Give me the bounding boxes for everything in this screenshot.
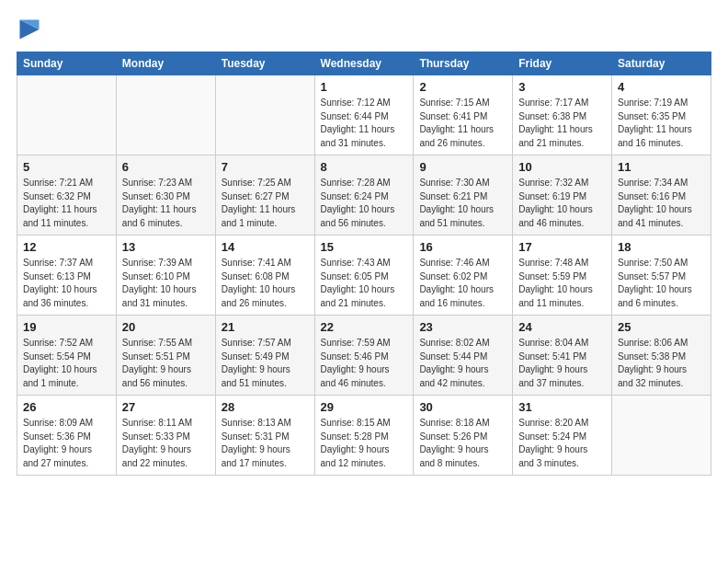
day-number: 21 xyxy=(222,320,309,334)
day-info: Sunrise: 7:41 AM Sunset: 6:08 PM Dayligh… xyxy=(222,257,309,310)
day-number: 10 xyxy=(518,160,606,174)
calendar-cell xyxy=(17,75,117,155)
day-info: Sunrise: 7:55 AM Sunset: 5:51 PM Dayligh… xyxy=(122,337,210,390)
day-info: Sunrise: 7:30 AM Sunset: 6:21 PM Dayligh… xyxy=(419,177,506,230)
day-number: 20 xyxy=(122,320,210,334)
day-number: 2 xyxy=(419,80,506,94)
calendar-cell: 31Sunrise: 8:20 AM Sunset: 5:24 PM Dayli… xyxy=(513,396,612,476)
calendar-cell: 21Sunrise: 7:57 AM Sunset: 5:49 PM Dayli… xyxy=(215,316,314,396)
day-number: 15 xyxy=(321,240,408,254)
day-info: Sunrise: 8:18 AM Sunset: 5:26 PM Dayligh… xyxy=(419,417,506,470)
day-number: 16 xyxy=(419,240,506,254)
day-info: Sunrise: 8:13 AM Sunset: 5:31 PM Dayligh… xyxy=(222,417,309,470)
calendar-cell: 22Sunrise: 7:59 AM Sunset: 5:46 PM Dayli… xyxy=(314,316,414,396)
weekday-header: Wednesday xyxy=(314,52,414,75)
day-info: Sunrise: 7:48 AM Sunset: 5:59 PM Dayligh… xyxy=(518,257,606,310)
day-info: Sunrise: 7:50 AM Sunset: 5:57 PM Dayligh… xyxy=(618,257,705,310)
day-info: Sunrise: 7:52 AM Sunset: 5:54 PM Dayligh… xyxy=(23,337,110,390)
calendar-cell: 5Sunrise: 7:21 AM Sunset: 6:32 PM Daylig… xyxy=(17,155,117,236)
day-info: Sunrise: 7:37 AM Sunset: 6:13 PM Dayligh… xyxy=(23,257,110,310)
day-number: 14 xyxy=(222,240,309,254)
day-info: Sunrise: 7:43 AM Sunset: 6:05 PM Dayligh… xyxy=(321,257,408,310)
weekday-header-row: SundayMondayTuesdayWednesdayThursdayFrid… xyxy=(17,52,711,75)
day-info: Sunrise: 7:25 AM Sunset: 6:27 PM Dayligh… xyxy=(222,177,309,230)
day-number: 17 xyxy=(518,240,606,254)
day-info: Sunrise: 7:34 AM Sunset: 6:16 PM Dayligh… xyxy=(618,177,705,230)
calendar-row: 26Sunrise: 8:09 AM Sunset: 5:36 PM Dayli… xyxy=(17,396,711,476)
calendar-cell: 18Sunrise: 7:50 AM Sunset: 5:57 PM Dayli… xyxy=(612,236,711,316)
day-number: 28 xyxy=(222,400,309,414)
day-info: Sunrise: 7:23 AM Sunset: 6:30 PM Dayligh… xyxy=(122,177,210,230)
day-number: 30 xyxy=(419,400,506,414)
page: SundayMondayTuesdayWednesdayThursdayFrid… xyxy=(0,0,728,563)
calendar-cell: 28Sunrise: 8:13 AM Sunset: 5:31 PM Dayli… xyxy=(215,396,314,476)
day-info: Sunrise: 8:15 AM Sunset: 5:28 PM Dayligh… xyxy=(321,417,408,470)
day-info: Sunrise: 7:19 AM Sunset: 6:35 PM Dayligh… xyxy=(618,97,705,150)
calendar-cell: 15Sunrise: 7:43 AM Sunset: 6:05 PM Dayli… xyxy=(314,236,414,316)
calendar-cell: 26Sunrise: 8:09 AM Sunset: 5:36 PM Dayli… xyxy=(17,396,117,476)
weekday-header: Thursday xyxy=(414,52,513,75)
day-number: 7 xyxy=(222,160,309,174)
day-number: 27 xyxy=(122,400,210,414)
header xyxy=(17,17,711,42)
calendar-row: 19Sunrise: 7:52 AM Sunset: 5:54 PM Dayli… xyxy=(17,316,711,396)
calendar-cell: 6Sunrise: 7:23 AM Sunset: 6:30 PM Daylig… xyxy=(116,155,215,236)
day-number: 5 xyxy=(23,160,110,174)
day-info: Sunrise: 7:39 AM Sunset: 6:10 PM Dayligh… xyxy=(122,257,210,310)
day-number: 25 xyxy=(618,320,705,334)
calendar-cell: 16Sunrise: 7:46 AM Sunset: 6:02 PM Dayli… xyxy=(414,236,513,316)
day-number: 29 xyxy=(321,400,408,414)
calendar-cell: 17Sunrise: 7:48 AM Sunset: 5:59 PM Dayli… xyxy=(513,236,612,316)
calendar-cell: 24Sunrise: 8:04 AM Sunset: 5:41 PM Dayli… xyxy=(513,316,612,396)
day-number: 31 xyxy=(518,400,606,414)
calendar-cell: 2Sunrise: 7:15 AM Sunset: 6:41 PM Daylig… xyxy=(414,75,513,155)
day-info: Sunrise: 7:28 AM Sunset: 6:24 PM Dayligh… xyxy=(321,177,408,230)
calendar-cell: 23Sunrise: 8:02 AM Sunset: 5:44 PM Dayli… xyxy=(414,316,513,396)
day-number: 13 xyxy=(122,240,210,254)
day-number: 1 xyxy=(321,80,408,94)
day-info: Sunrise: 8:20 AM Sunset: 5:24 PM Dayligh… xyxy=(518,417,606,470)
calendar-cell: 19Sunrise: 7:52 AM Sunset: 5:54 PM Dayli… xyxy=(17,316,117,396)
calendar-row: 12Sunrise: 7:37 AM Sunset: 6:13 PM Dayli… xyxy=(17,236,711,316)
day-info: Sunrise: 7:57 AM Sunset: 5:49 PM Dayligh… xyxy=(222,337,309,390)
day-number: 23 xyxy=(419,320,506,334)
day-info: Sunrise: 8:11 AM Sunset: 5:33 PM Dayligh… xyxy=(122,417,210,470)
day-number: 11 xyxy=(618,160,705,174)
day-number: 9 xyxy=(419,160,506,174)
calendar-cell: 1Sunrise: 7:12 AM Sunset: 6:44 PM Daylig… xyxy=(314,75,414,155)
day-number: 22 xyxy=(321,320,408,334)
weekday-header: Monday xyxy=(116,52,215,75)
calendar-cell: 20Sunrise: 7:55 AM Sunset: 5:51 PM Dayli… xyxy=(116,316,215,396)
calendar-row: 5Sunrise: 7:21 AM Sunset: 6:32 PM Daylig… xyxy=(17,155,711,236)
day-number: 4 xyxy=(618,80,705,94)
calendar-cell: 13Sunrise: 7:39 AM Sunset: 6:10 PM Dayli… xyxy=(116,236,215,316)
calendar-cell: 3Sunrise: 7:17 AM Sunset: 6:38 PM Daylig… xyxy=(513,75,612,155)
calendar-cell: 14Sunrise: 7:41 AM Sunset: 6:08 PM Dayli… xyxy=(215,236,314,316)
day-info: Sunrise: 7:17 AM Sunset: 6:38 PM Dayligh… xyxy=(518,97,606,150)
day-number: 24 xyxy=(518,320,606,334)
day-info: Sunrise: 7:59 AM Sunset: 5:46 PM Dayligh… xyxy=(321,337,408,390)
calendar-cell: 27Sunrise: 8:11 AM Sunset: 5:33 PM Dayli… xyxy=(116,396,215,476)
calendar-cell xyxy=(116,75,215,155)
weekday-header: Saturday xyxy=(612,52,711,75)
calendar-cell: 29Sunrise: 8:15 AM Sunset: 5:28 PM Dayli… xyxy=(314,396,414,476)
day-number: 3 xyxy=(518,80,606,94)
weekday-header: Sunday xyxy=(17,52,117,75)
calendar-cell: 10Sunrise: 7:32 AM Sunset: 6:19 PM Dayli… xyxy=(513,155,612,236)
calendar-cell: 4Sunrise: 7:19 AM Sunset: 6:35 PM Daylig… xyxy=(612,75,711,155)
day-info: Sunrise: 8:02 AM Sunset: 5:44 PM Dayligh… xyxy=(419,337,506,390)
calendar-cell: 9Sunrise: 7:30 AM Sunset: 6:21 PM Daylig… xyxy=(414,155,513,236)
day-number: 6 xyxy=(122,160,210,174)
day-number: 8 xyxy=(321,160,408,174)
logo xyxy=(17,17,46,42)
calendar-cell xyxy=(612,396,711,476)
day-number: 18 xyxy=(618,240,705,254)
day-info: Sunrise: 8:06 AM Sunset: 5:38 PM Dayligh… xyxy=(618,337,705,390)
day-info: Sunrise: 7:15 AM Sunset: 6:41 PM Dayligh… xyxy=(419,97,506,150)
weekday-header: Friday xyxy=(513,52,612,75)
calendar-cell: 11Sunrise: 7:34 AM Sunset: 6:16 PM Dayli… xyxy=(612,155,711,236)
weekday-header: Tuesday xyxy=(215,52,314,75)
day-number: 26 xyxy=(23,400,110,414)
day-number: 19 xyxy=(23,320,110,334)
day-number: 12 xyxy=(23,240,110,254)
